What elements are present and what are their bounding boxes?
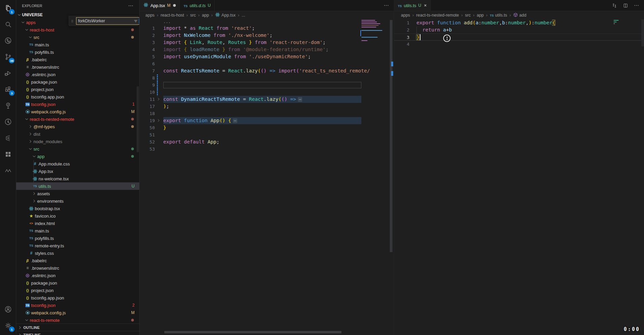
folder-react-ts-nested-remote[interactable]: react-ts-nested-remote (16, 115, 139, 123)
code-line-1[interactable]: 1import * as React from 'react'; (140, 25, 394, 32)
file-package.json[interactable]: {}package.json (16, 78, 139, 86)
code-line-10[interactable]: 10 (140, 89, 394, 96)
close-icon[interactable]: × (424, 3, 427, 8)
file-.babelrc[interactable]: β.babelrc (16, 56, 139, 63)
file-tsconfig.app.json[interactable]: {}tsconfig.app.json (16, 294, 139, 302)
sidebar-scrollbar[interactable] (137, 86, 139, 152)
breadcrumb-item-App.tsx[interactable]: App.tsx (215, 12, 236, 18)
code-line-7[interactable]: 7const ReactTsRemote = React.lazy(() => … (140, 67, 394, 74)
file-webpack.config.js[interactable]: webpack.config.jsM (16, 309, 139, 316)
code-line-1[interactable]: 1export function add(a:number,b:number,)… (394, 19, 644, 26)
file-favicon.ico[interactable]: ★favicon.ico (16, 212, 139, 220)
breadcrumb-item-...[interactable]: ... (242, 13, 245, 18)
fold-chevron-icon[interactable] (157, 97, 161, 101)
code-line-19[interactable]: 19export function App() {⋯ (140, 117, 394, 124)
file-tsconfig.json[interactable]: TStsconfig.json1 (16, 100, 139, 108)
code-editor-app-tsx[interactable]: ...1import * as React from 'react';2impo… (140, 19, 394, 335)
breadcrumb-item-add[interactable]: add (513, 13, 526, 18)
vertical-scrollbar[interactable] (641, 19, 644, 46)
graph-circle-icon[interactable] (0, 32, 16, 49)
grid-icon[interactable] (0, 146, 16, 162)
file-index.html[interactable]: <>index.html (16, 220, 139, 227)
file-tsconfig.json[interactable]: TStsconfig.json2 (16, 302, 139, 309)
file-remote-entry.ts[interactable]: TSremote-entry.ts (16, 242, 139, 249)
account-icon[interactable] (0, 301, 16, 317)
swap-editor-icon[interactable] (612, 3, 617, 8)
pie-circle-icon[interactable] (0, 114, 16, 130)
code-line-51[interactable]: 51 (140, 131, 394, 138)
code-line-53[interactable]: 53 (140, 146, 394, 153)
minimap[interactable] (614, 20, 628, 25)
file-.babelrc[interactable]: β.babelrc (16, 257, 139, 264)
breadcrumb-item-apps[interactable]: apps (401, 13, 410, 18)
file-webpack.config.js[interactable]: webpack.config.jsM (16, 108, 139, 115)
code-line-6[interactable]: 6 (140, 60, 394, 67)
file-.browserslistrc[interactable]: ≡.browserslistrc (16, 264, 139, 272)
explorer-icon[interactable]: 1 (0, 0, 16, 16)
code-line-2[interactable]: 2 return a+b (394, 26, 644, 34)
file-project.json[interactable]: {}project.json (16, 287, 139, 294)
outline-panel-header[interactable]: OUTLINE (16, 323, 139, 331)
more-actions-icon[interactable]: ⋯ (384, 2, 389, 8)
folder-react-ts-remote[interactable]: react-ts-remote (16, 316, 139, 324)
breadcrumb-item-apps[interactable]: apps (145, 13, 154, 18)
filter-icon[interactable] (134, 19, 138, 23)
fold-chevron-icon[interactable] (157, 118, 161, 122)
search-icon[interactable] (0, 16, 16, 32)
timeline-panel-header[interactable]: TIMELINE (16, 331, 139, 335)
tab-utils.d.ts[interactable]: TSutils.d.tsU (180, 0, 215, 11)
minimap[interactable] (361, 20, 389, 42)
tab-utils.ts[interactable]: TSutils.tsU× (394, 0, 431, 11)
file-bootstrap.tsx[interactable]: bootstrap.tsx (16, 205, 139, 212)
code-line-18[interactable]: 18 (140, 110, 394, 117)
file-tsconfig.app.json[interactable]: {}tsconfig.app.json (16, 93, 139, 100)
file-nx-welcome.tsx[interactable]: nx-welcome.tsx (16, 175, 139, 182)
file-.eslintrc.json[interactable]: .eslintrc.json (16, 71, 139, 78)
folder-dist[interactable]: dist (16, 130, 139, 138)
code-line-9[interactable]: 9 (140, 82, 394, 89)
file-polyfills.ts[interactable]: TSpolyfills.ts (16, 234, 139, 242)
folder-assets[interactable]: assets (16, 190, 139, 197)
breadcrumb-item-app[interactable]: app (202, 13, 209, 18)
split-editor-icon[interactable] (623, 3, 628, 8)
file-App.module.css[interactable]: #App.module.css (16, 160, 139, 168)
tree-find-input[interactable] (78, 19, 133, 23)
folder-@mf-types[interactable]: @mf-types (16, 123, 139, 130)
file-project.json[interactable]: {}project.json (16, 86, 139, 93)
code-line-4[interactable]: 4import { loadRemote } from '@module-fed… (140, 46, 394, 53)
folder-node_modules[interactable]: node_modules (16, 138, 139, 145)
source-control-icon[interactable]: 38 (0, 49, 16, 65)
breadcrumb-item-react-ts-host[interactable]: react-ts-host (161, 13, 184, 18)
file-package.json[interactable]: {}package.json (16, 279, 139, 287)
file-styles.css[interactable]: #styles.css (16, 249, 139, 257)
extensions-icon[interactable]: 3 (0, 81, 16, 97)
file-main.ts[interactable]: TSmain.ts (16, 41, 139, 48)
settings-gear-icon[interactable]: 1 (0, 317, 16, 334)
folder-environments[interactable]: environments (16, 197, 139, 205)
code-line-8[interactable]: 8 (140, 74, 394, 82)
explorer-more-actions-icon[interactable]: ⋯ (128, 3, 134, 9)
code-line-50[interactable]: 50} (140, 124, 394, 131)
drag-grip-icon[interactable] (71, 19, 74, 23)
file-utils.ts[interactable]: TSutils.tsU (16, 182, 139, 190)
horizontal-scrollbar[interactable] (164, 331, 341, 333)
abstract-extension-icon[interactable] (0, 130, 16, 146)
code-line-3[interactable]: 3} (394, 34, 644, 41)
folder-app[interactable]: app (16, 153, 139, 160)
folder-src[interactable]: src (16, 145, 139, 153)
code-line-2[interactable]: 2import NxWelcome from './nx-welcome'; (140, 32, 394, 39)
run-debug-icon[interactable] (0, 65, 16, 81)
code-line-11[interactable]: 11const DynamicReactTsRemote = React.laz… (140, 96, 394, 103)
breadcrumb-item-app[interactable]: app (477, 13, 484, 18)
fuzzy-match-toggle[interactable] (139, 18, 140, 24)
tab-App.tsx[interactable]: App.tsxM (140, 0, 180, 11)
folder-react-ts-host[interactable]: react-ts-host (16, 26, 139, 34)
vertical-scrollbar[interactable] (390, 20, 392, 252)
file-.browserslistrc[interactable]: ≡.browserslistrc (16, 63, 139, 71)
breadcrumb-item-react-ts-nested-remote[interactable]: react-ts-nested-remote (416, 13, 459, 18)
code-line-3[interactable]: 3import { Link, Route, Routes } from 're… (140, 39, 394, 46)
breadcrumb-item-utils.ts[interactable]: TSutils.ts (490, 13, 507, 18)
breadcrumb-item-src[interactable]: src (190, 13, 196, 18)
file-App.tsx[interactable]: App.tsx (16, 168, 139, 175)
file-.eslintrc.json[interactable]: .eslintrc.json (16, 272, 139, 279)
